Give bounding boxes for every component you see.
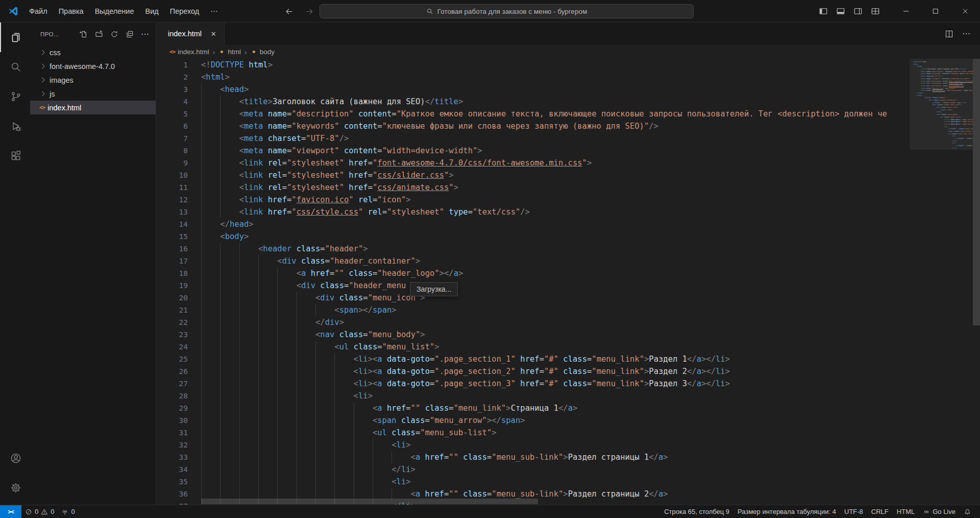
- tab-index-html[interactable]: index.html ✕: [156, 22, 225, 45]
- indent-guides: [201, 194, 239, 206]
- ports-indicator[interactable]: 0: [58, 505, 78, 518]
- code-line[interactable]: 25<li><a data-goto=".page_section_1" hre…: [156, 353, 980, 365]
- activity-source-control[interactable]: [0, 82, 30, 111]
- activity-search[interactable]: [0, 52, 30, 82]
- new-folder-icon[interactable]: [93, 29, 105, 40]
- forward-button[interactable]: [302, 4, 316, 18]
- code-line[interactable]: 6<meta name="keywords" content="ключевые…: [156, 120, 980, 132]
- code-line[interactable]: 16<header class="header">: [156, 243, 980, 255]
- code-line[interactable]: 30<span class="menu_arrow"></span>: [156, 414, 980, 427]
- activity-files[interactable]: [0, 22, 30, 52]
- code-line[interactable]: 11<link rel="stylesheet" href="css/anima…: [156, 181, 980, 194]
- code-line[interactable]: 1<!DOCTYPE html>: [156, 59, 980, 71]
- line-number: 29: [156, 402, 188, 414]
- problems-indicator[interactable]: 00: [21, 505, 58, 518]
- activity-settings-gear[interactable]: [0, 473, 30, 503]
- explorer-item-css[interactable]: css: [30, 45, 156, 59]
- code-line[interactable]: 26<li><a data-goto=".page_section_2" hre…: [156, 365, 980, 378]
- explorer-item-images[interactable]: images: [30, 73, 156, 87]
- activity-extensions[interactable]: [0, 141, 30, 171]
- command-center-text: Готовая работа для заказов с меню - бург…: [437, 8, 587, 15]
- code-line[interactable]: 9<link rel="stylesheet" href="font-aweso…: [156, 157, 980, 169]
- remote-indicator[interactable]: ><: [0, 505, 21, 518]
- btn-layout-panel[interactable]: [832, 4, 849, 19]
- status-cursor-position[interactable]: Строка 65, столбец 9: [660, 505, 733, 518]
- btn-maximize[interactable]: [921, 0, 950, 22]
- code-line[interactable]: 10<link rel="stylesheet" href="css/slide…: [156, 169, 980, 181]
- btn-layout-sidebar[interactable]: [815, 4, 832, 19]
- code-line[interactable]: 20<div class="menu_icon">: [156, 292, 980, 304]
- menu-item[interactable]: Файл: [23, 4, 53, 19]
- explorer-item-js[interactable]: js: [30, 87, 156, 101]
- status-indentation[interactable]: Размер интервала табуляции: 4: [734, 505, 840, 518]
- menu-item[interactable]: Переход: [164, 4, 205, 19]
- horizontal-scrollbar[interactable]: [156, 499, 910, 504]
- btn-layout-customize[interactable]: [867, 4, 884, 19]
- line-number: 7: [156, 132, 188, 145]
- back-button[interactable]: [282, 4, 296, 18]
- status-encoding[interactable]: UTF-8: [841, 505, 867, 518]
- minimap[interactable]: <!DOCTYPE html><html><head><title>Заголо…: [910, 59, 973, 505]
- code-line[interactable]: 31<ul class="menu_sub-list">: [156, 427, 980, 439]
- notifications-bell[interactable]: [960, 505, 975, 518]
- vertical-scrollbar-thumb[interactable]: [973, 59, 980, 325]
- status-language-mode[interactable]: HTML: [893, 505, 918, 518]
- status-eol[interactable]: CRLF: [868, 505, 892, 518]
- menu-more[interactable]: ⋯: [205, 4, 224, 19]
- code-line[interactable]: 18<a href="" class="header_logo"></a>: [156, 267, 980, 279]
- horizontal-scrollbar-thumb[interactable]: [201, 499, 538, 504]
- code-line[interactable]: 21<span></span>: [156, 304, 980, 316]
- new-file-icon[interactable]: [78, 29, 89, 40]
- code-line[interactable]: 29<a href="" class="menu_link">Страница …: [156, 402, 980, 414]
- code-line[interactable]: 27<li><a data-goto=".page_section_3" hre…: [156, 378, 980, 390]
- code-line[interactable]: 33<a href="" class="menu_sub-link">Разде…: [156, 451, 980, 463]
- breadcrumb-item[interactable]: html: [218, 48, 241, 56]
- go-live-button[interactable]: Go Live: [919, 505, 959, 518]
- code-line[interactable]: 12<link href="favicon.ico" rel="icon">: [156, 194, 980, 206]
- code-line[interactable]: 4<title>Заголовок сайта (важнен для SEO)…: [156, 96, 980, 108]
- code-line[interactable]: 35<li>: [156, 476, 980, 488]
- more-actions[interactable]: ⋯: [139, 29, 151, 40]
- breadcrumb-item[interactable]: <>index.html: [169, 48, 209, 56]
- more-actions[interactable]: ⋯: [961, 28, 972, 39]
- btn-layout-sidebar-right[interactable]: [849, 4, 867, 19]
- remote-icon: ><: [8, 508, 13, 515]
- explorer-item-font-awesome-4.7.0[interactable]: font-awesome-4.7.0: [30, 59, 156, 73]
- line-number: 2: [156, 71, 188, 83]
- breadcrumb-item[interactable]: body: [251, 48, 275, 56]
- btn-minimize[interactable]: [891, 0, 921, 22]
- refresh-icon[interactable]: [109, 29, 120, 40]
- code-line[interactable]: 17<div class="header_container">: [156, 255, 980, 267]
- command-center[interactable]: Готовая работа для заказов с меню - бург…: [320, 4, 694, 18]
- code-line[interactable]: 7<meta charset="UTF-8"/>: [156, 132, 980, 145]
- activity-run-debug[interactable]: [0, 111, 30, 141]
- code-line[interactable]: 14</head>: [156, 218, 980, 230]
- indent-guides: [201, 353, 354, 365]
- code-line[interactable]: 34</li>: [156, 463, 980, 476]
- code-line[interactable]: 23<nav class="menu_body">: [156, 328, 980, 341]
- code-line[interactable]: 19<div class="header_menu menu">: [156, 279, 980, 292]
- code-line[interactable]: 13<link href="css/style.css" rel="styles…: [156, 206, 980, 218]
- code-line[interactable]: 22</div>: [156, 316, 980, 328]
- minimap-slider[interactable]: [910, 59, 973, 150]
- menu-item[interactable]: Вид: [139, 4, 164, 19]
- btn-close-window[interactable]: [950, 0, 980, 22]
- code-line[interactable]: 28<li>: [156, 390, 980, 402]
- activity-account[interactable]: [0, 443, 30, 473]
- code-line[interactable]: 32<li>: [156, 439, 980, 451]
- menu-item[interactable]: Правка: [53, 4, 89, 19]
- collapse-all-icon[interactable]: [124, 29, 135, 40]
- indent-guides: [201, 316, 315, 328]
- code-line[interactable]: 3<head>: [156, 83, 980, 96]
- split-editor-icon[interactable]: [943, 28, 954, 39]
- code-line[interactable]: 24<ul class="menu_list">: [156, 341, 980, 353]
- code-line[interactable]: 2<html>: [156, 71, 980, 83]
- tab-close-icon[interactable]: ✕: [208, 28, 219, 39]
- code-line[interactable]: 15<body>: [156, 230, 980, 243]
- indent-guides: [201, 206, 239, 218]
- code-line[interactable]: 8<meta name="viewport" content="width=de…: [156, 145, 980, 157]
- vertical-scrollbar[interactable]: [973, 59, 980, 505]
- explorer-item-index.html[interactable]: <>index.html: [30, 101, 156, 114]
- menu-item[interactable]: Выделение: [89, 4, 140, 19]
- code-line[interactable]: 5<meta name="description" content="Кратк…: [156, 108, 980, 120]
